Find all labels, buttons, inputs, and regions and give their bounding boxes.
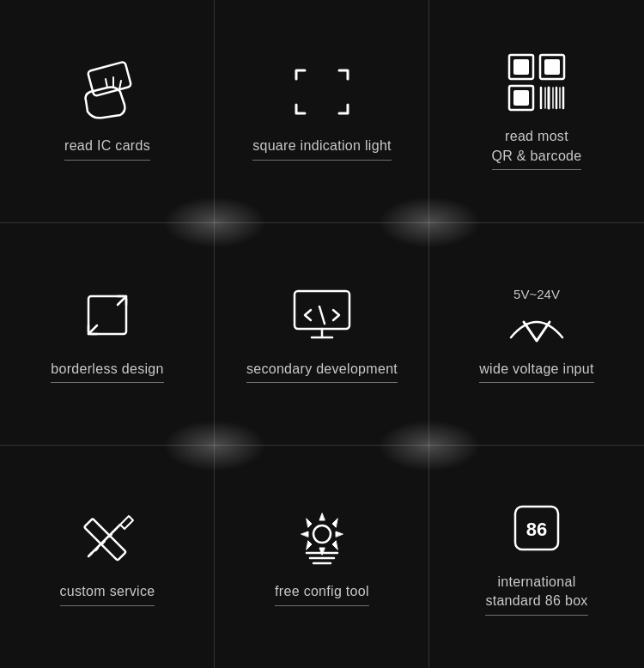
secondary-development-label: secondary development <box>246 360 398 383</box>
cell-free-config: free config tool <box>215 446 429 668</box>
borderless-icon <box>73 281 142 349</box>
qr-barcode-icon <box>502 48 571 117</box>
voltage-value: 5V~24V <box>513 287 560 301</box>
svg-line-23 <box>88 553 92 556</box>
svg-rect-2 <box>514 60 528 74</box>
svg-line-15 <box>118 296 126 305</box>
indication-light-label: square indication light <box>252 137 392 160</box>
borderless-design-label: borderless design <box>51 360 163 383</box>
custom-icon <box>73 503 142 572</box>
custom-service-label: custom service <box>60 582 155 605</box>
svg-rect-4 <box>545 60 559 74</box>
cell-indication-light: square indication light <box>215 0 429 222</box>
cell-qr-barcode: read most QR & barcode <box>429 0 644 222</box>
cell-standard-box: 86 international standard 86 box <box>429 446 644 668</box>
svg-line-21 <box>90 525 120 555</box>
ic-card-icon <box>73 58 142 126</box>
wide-voltage-label: wide voltage input <box>479 360 594 383</box>
box-icon: 86 <box>502 494 571 562</box>
cell-wide-voltage: 5V~24V wide voltage input <box>429 222 644 445</box>
svg-rect-17 <box>295 291 349 329</box>
config-icon <box>288 503 356 572</box>
cell-borderless-design: borderless design <box>0 222 215 445</box>
svg-line-18 <box>319 307 325 324</box>
svg-line-16 <box>88 325 97 334</box>
square-light-icon <box>288 58 356 126</box>
cell-ic-cards: read IC cards <box>0 0 215 222</box>
ic-cards-label: read IC cards <box>64 137 150 160</box>
free-config-label: free config tool <box>275 582 369 605</box>
standard-box-label: international standard 86 box <box>485 573 587 616</box>
svg-text:86: 86 <box>526 519 547 540</box>
svg-point-28 <box>313 525 331 543</box>
qr-barcode-label: read most QR & barcode <box>492 127 582 170</box>
feature-grid: read IC cards square indication light <box>0 0 644 668</box>
cell-secondary-development: secondary development <box>215 222 429 445</box>
voltage-icon: 5V~24V <box>502 281 571 349</box>
svg-marker-22 <box>120 516 133 529</box>
cell-custom-service: custom service <box>0 446 215 668</box>
svg-rect-6 <box>514 91 528 105</box>
dev-icon <box>288 281 356 349</box>
